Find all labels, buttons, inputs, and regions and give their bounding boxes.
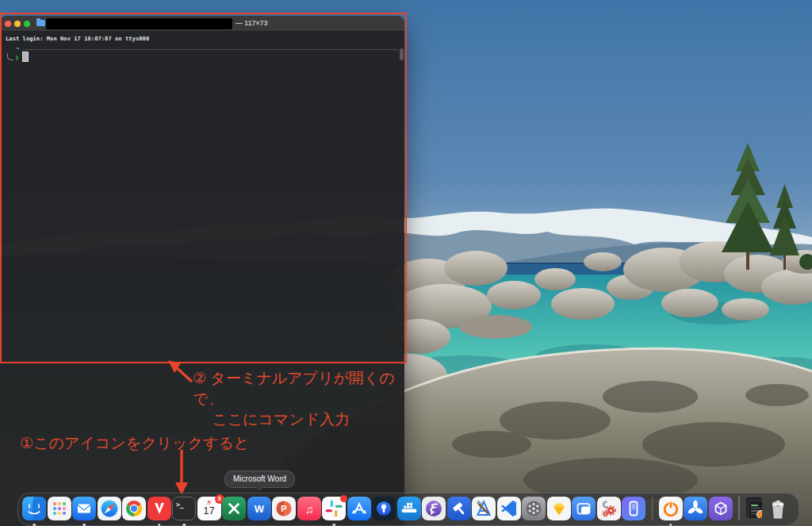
hammerspoon-icon <box>447 497 471 520</box>
dock-icon-hammerspoon[interactable] <box>447 497 471 526</box>
openvpn-icon <box>659 497 683 520</box>
finder-icon <box>22 497 46 520</box>
dock-icon-mail[interactable] <box>72 497 96 526</box>
word-icon: W <box>247 497 271 520</box>
excel-icon <box>222 497 246 520</box>
prompt-directory: ~ <box>16 46 20 52</box>
prompt-corner-glyph <box>7 53 13 60</box>
dock-icon-music[interactable]: ♫ <box>297 497 321 526</box>
powerpoint-icon: P <box>272 497 296 520</box>
svg-text:♫: ♫ <box>304 503 313 516</box>
dock-icon-xcode[interactable] <box>472 497 496 526</box>
docker-icon <box>397 497 421 520</box>
dock-icon-iphone-mirroring[interactable] <box>622 497 645 526</box>
terminal-content[interactable]: Last login: Mon Nov 17 16:07:07 on ttys0… <box>0 32 404 62</box>
desktop: — 117×73 Last login: Mon Nov 17 16:07:07… <box>0 0 812 526</box>
terminal-icon: >_ <box>172 497 196 520</box>
mail-icon <box>72 497 96 520</box>
dock-icon-box-app[interactable] <box>709 497 733 526</box>
running-indicator <box>669 524 672 526</box>
calendar-month-label: 月 <box>207 500 212 505</box>
dock-icon-slack[interactable] <box>322 497 346 526</box>
dock-icon-1password[interactable] <box>372 497 396 526</box>
fan-app-icon <box>684 497 707 520</box>
terminal-titlebar[interactable]: — 117×73 <box>0 16 404 32</box>
calendar-day-label: 17 <box>203 505 214 516</box>
dock-separator <box>738 497 740 520</box>
xcode-icon <box>472 497 496 520</box>
prompt-line-bottom: ❯ <box>6 52 399 62</box>
dock-icon-launchpad[interactable] <box>48 497 71 526</box>
prompt-line-top: ~ <box>6 46 399 52</box>
emacs-icon <box>422 497 446 520</box>
app-badge-icon <box>756 510 763 519</box>
running-indicator <box>33 524 36 526</box>
redacted-window-title <box>46 18 232 29</box>
dock: >_月173WP♫ <box>17 493 799 526</box>
dock-icon-powerpoint[interactable]: P <box>272 497 296 526</box>
dock-icon-app-store[interactable] <box>347 497 371 526</box>
running-indicator <box>158 524 161 526</box>
safari-icon <box>98 497 121 520</box>
dock-icon-sf-symbols[interactable] <box>522 497 546 526</box>
dock-icon-excel[interactable] <box>222 497 246 526</box>
running-indicator <box>82 524 86 526</box>
dock-icon-finder[interactable] <box>22 497 46 526</box>
dock-icon-emacs[interactable] <box>422 497 446 526</box>
music-icon: ♫ <box>297 497 321 520</box>
svg-text:W: W <box>254 503 264 515</box>
box-app-icon <box>709 497 733 520</box>
dock-icon-rectangle[interactable] <box>572 497 596 526</box>
scrollbar-thumb[interactable] <box>400 48 404 60</box>
dock-icon-chrome[interactable] <box>122 497 146 526</box>
sketch-icon <box>547 497 571 520</box>
vivaldi-icon <box>147 497 171 520</box>
document-thumbnail-icon <box>745 497 763 519</box>
folder-proxy-icon <box>36 20 45 26</box>
dock-icon-openvpn[interactable] <box>659 497 683 526</box>
zoom-button[interactable] <box>24 21 30 27</box>
vscode-icon <box>497 497 521 520</box>
dock-icon-sketch[interactable] <box>547 497 571 526</box>
prompt-fill-dots <box>23 49 398 50</box>
utility-app-icon <box>597 497 621 520</box>
sf-symbols-icon <box>522 497 546 520</box>
prompt-symbol: ❯ <box>15 54 19 62</box>
running-indicator <box>332 524 335 526</box>
last-login-line: Last login: Mon Nov 17 16:07:07 on ttys0… <box>6 36 399 42</box>
launchpad-icon <box>48 497 71 520</box>
dock-icon-vscode[interactable] <box>497 497 521 526</box>
svg-text:P: P <box>281 504 286 513</box>
minimize-button[interactable] <box>14 21 21 27</box>
dock-icon-docker[interactable] <box>397 497 421 526</box>
app-store-icon <box>347 497 371 520</box>
trash-icon <box>766 497 790 520</box>
dock-icon-terminal[interactable]: >_ <box>172 497 196 526</box>
dock-icon-document-thumbnail[interactable] <box>745 497 764 526</box>
rectangle-icon <box>572 497 596 520</box>
1password-icon <box>372 497 396 520</box>
svg-text:>_: >_ <box>176 501 184 509</box>
terminal-cursor <box>22 52 29 62</box>
terminal-window[interactable]: — 117×73 Last login: Mon Nov 17 16:07:07… <box>0 16 404 526</box>
dock-icon-fan-app[interactable] <box>684 497 707 526</box>
dock-tooltip: Microsoft Word <box>224 470 295 488</box>
iphone-mirroring-icon <box>622 497 645 520</box>
close-button[interactable] <box>5 21 11 27</box>
dock-icon-utility-app[interactable] <box>597 497 621 526</box>
running-indicator <box>182 524 186 526</box>
chrome-icon <box>122 497 146 520</box>
dock-icon-vivaldi[interactable] <box>147 497 171 526</box>
dock-icon-word[interactable]: W <box>247 497 271 526</box>
window-size-label: — 117×73 <box>236 19 268 27</box>
dock-icon-calendar[interactable]: 月173 <box>197 497 221 526</box>
dock-icon-safari[interactable] <box>98 497 121 526</box>
dock-separator <box>652 497 653 520</box>
dock-icon-trash[interactable] <box>766 497 790 526</box>
